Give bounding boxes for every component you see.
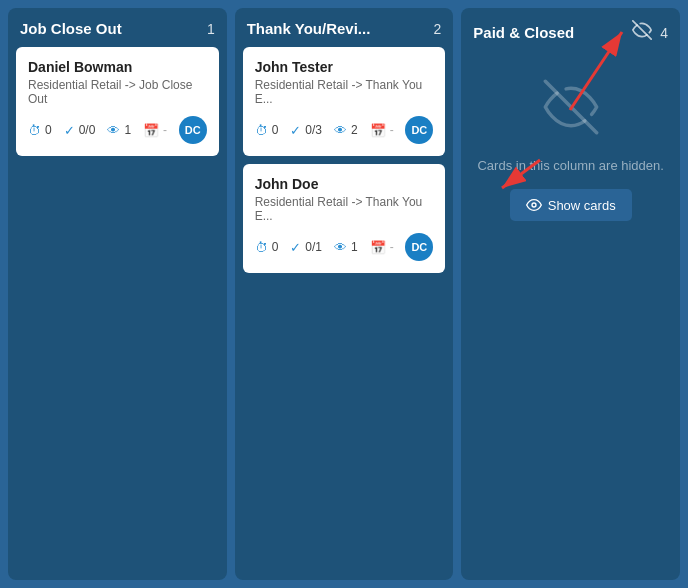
stat-clock-value: 0 [272, 123, 279, 137]
stat-eye: 👁 1 [334, 240, 358, 255]
column-job-close-out: Job Close Out 1 Daniel Bowman Residentia… [8, 8, 227, 580]
column-count-job-close-out: 1 [207, 21, 215, 37]
column-title-paid-closed: Paid & Closed [473, 24, 574, 41]
clock-icon: ⏱ [28, 123, 41, 138]
stat-clock-value: 0 [272, 240, 279, 254]
column-hidden-body: Cards in this column are hidden. Show ca… [461, 55, 680, 233]
calendar-icon: 📅 [143, 123, 159, 138]
card-stats: ⏱ 0 ✓ 0/3 👁 2 📅 - [255, 123, 394, 138]
column-count-thank-you: 2 [434, 21, 442, 37]
stat-clock-value: 0 [45, 123, 52, 137]
stat-check-value: 0/1 [305, 240, 322, 254]
clock-icon: ⏱ [255, 240, 268, 255]
column-title-job-close-out: Job Close Out [20, 20, 122, 37]
show-cards-button[interactable]: Show cards [510, 189, 632, 221]
show-cards-label: Show cards [548, 198, 616, 213]
large-eye-slash-icon [543, 79, 599, 142]
card-name: John Tester [255, 59, 434, 75]
stat-eye-value: 1 [124, 123, 131, 137]
clock-icon: ⏱ [255, 123, 268, 138]
avatar-dc: DC [179, 116, 207, 144]
card-subtitle: Residential Retail -> Thank You E... [255, 78, 434, 106]
stat-eye-value: 2 [351, 123, 358, 137]
card-stats: ⏱ 0 ✓ 0/1 👁 1 📅 - [255, 240, 394, 255]
stat-check: ✓ 0/0 [64, 123, 96, 138]
column-title-thank-you: Thank You/Revi... [247, 20, 371, 37]
card-subtitle: Residential Retail -> Job Close Out [28, 78, 207, 106]
card-footer: ⏱ 0 ✓ 0/0 👁 1 📅 - [28, 116, 207, 144]
column-header-thank-you: Thank You/Revi... 2 [235, 8, 454, 47]
calendar-icon: 📅 [370, 240, 386, 255]
column-header-paid-closed: Paid & Closed 4 [461, 8, 680, 55]
column-body-job-close-out: Daniel Bowman Residential Retail -> Job … [8, 47, 227, 164]
stat-calendar-value: - [390, 240, 394, 254]
check-icon: ✓ [64, 123, 75, 138]
card-footer: ⏱ 0 ✓ 0/3 👁 2 📅 - [255, 116, 434, 144]
card-john-doe[interactable]: John Doe Residential Retail -> Thank You… [243, 164, 446, 273]
card-footer: ⏱ 0 ✓ 0/1 👁 1 📅 - [255, 233, 434, 261]
eye-icon-btn [526, 197, 542, 213]
hidden-column-text: Cards in this column are hidden. [477, 158, 663, 173]
eye-slash-icon[interactable] [632, 20, 652, 45]
stat-check: ✓ 0/3 [290, 123, 322, 138]
calendar-icon: 📅 [370, 123, 386, 138]
card-stats: ⏱ 0 ✓ 0/0 👁 1 📅 - [28, 123, 167, 138]
card-name: Daniel Bowman [28, 59, 207, 75]
check-icon: ✓ [290, 123, 301, 138]
stat-check: ✓ 0/1 [290, 240, 322, 255]
svg-point-2 [532, 203, 536, 207]
card-john-tester[interactable]: John Tester Residential Retail -> Thank … [243, 47, 446, 156]
card-name: John Doe [255, 176, 434, 192]
stat-calendar-value: - [390, 123, 394, 137]
column-header-job-close-out: Job Close Out 1 [8, 8, 227, 47]
column-body-thank-you: John Tester Residential Retail -> Thank … [235, 47, 454, 281]
eye-icon: 👁 [107, 123, 120, 138]
card-subtitle: Residential Retail -> Thank You E... [255, 195, 434, 223]
stat-eye: 👁 2 [334, 123, 358, 138]
stat-clock: ⏱ 0 [255, 123, 279, 138]
eye-icon: 👁 [334, 123, 347, 138]
card-daniel-bowman[interactable]: Daniel Bowman Residential Retail -> Job … [16, 47, 219, 156]
avatar-dc-2: DC [405, 233, 433, 261]
column-thank-you-review: Thank You/Revi... 2 John Tester Resident… [235, 8, 454, 580]
column-count-paid-closed: 4 [660, 25, 668, 41]
stat-check-value: 0/3 [305, 123, 322, 137]
stat-calendar: 📅 - [143, 123, 167, 138]
stat-calendar: 📅 - [370, 240, 394, 255]
stat-calendar: 📅 - [370, 123, 394, 138]
avatar-dc: DC [405, 116, 433, 144]
stat-clock: ⏱ 0 [28, 123, 52, 138]
stat-calendar-value: - [163, 123, 167, 137]
eye-icon: 👁 [334, 240, 347, 255]
stat-eye: 👁 1 [107, 123, 131, 138]
column-paid-closed: Paid & Closed 4 [461, 8, 680, 580]
stat-clock: ⏱ 0 [255, 240, 279, 255]
stat-check-value: 0/0 [79, 123, 96, 137]
stat-eye-value: 1 [351, 240, 358, 254]
check-icon: ✓ [290, 240, 301, 255]
kanban-board: Job Close Out 1 Daniel Bowman Residentia… [0, 0, 688, 588]
